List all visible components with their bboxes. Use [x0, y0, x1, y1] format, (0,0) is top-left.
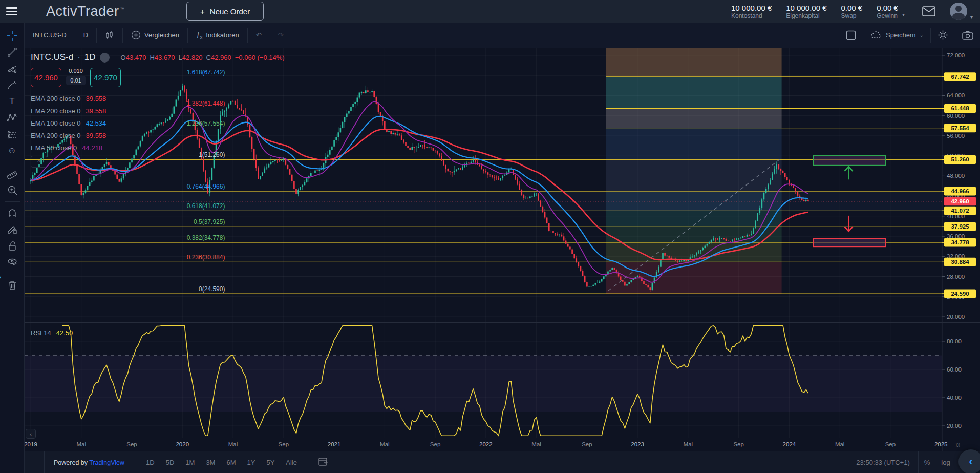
swap-label: Swap: [841, 12, 863, 19]
legend-interval: 1D: [84, 52, 96, 63]
svg-text:20.00: 20.00: [947, 423, 962, 429]
ema-row[interactable]: EMA 200 close 039.558: [31, 92, 285, 105]
ema-row[interactable]: EMA 200 close 039.558: [31, 105, 285, 117]
time-axis-label: Mai: [228, 441, 238, 447]
eigenkapital-label: Eigenkapital: [786, 12, 826, 19]
chart-legend: INTC.US-d · 1D – O43.470 H43.670 L42.820…: [31, 52, 285, 168]
save-layout-button[interactable]: Speichern ⌄: [863, 28, 930, 43]
hide-drawings-tool-icon[interactable]: [4, 254, 21, 271]
clock[interactable]: 23:50:33 (UTC+1): [856, 459, 918, 466]
range-1y[interactable]: 1Y: [243, 457, 260, 468]
range-1d[interactable]: 1D: [141, 457, 159, 468]
menu-icon[interactable]: [0, 0, 24, 23]
svg-text:37.925: 37.925: [951, 223, 969, 230]
app-logo: ActivTrader™: [46, 4, 125, 19]
time-axis-label: 2023: [631, 441, 644, 447]
save-caret-icon: ⌄: [920, 32, 924, 38]
fibonacci-tool-icon[interactable]: [4, 60, 21, 77]
redo-button[interactable]: ↷: [270, 28, 292, 43]
interval-button[interactable]: D: [75, 28, 96, 43]
time-axis-label: 2022: [479, 441, 493, 447]
svg-text:41.072: 41.072: [951, 208, 969, 214]
indicators-button[interactable]: ƒx Indikatoren: [188, 28, 247, 43]
camera-icon: [962, 31, 973, 40]
bottom-bar: Powered by TradingView 1D 5D 1M 3M 6M 1Y…: [25, 451, 980, 473]
symbol-button[interactable]: INTC.US-D: [25, 28, 75, 43]
ema-row[interactable]: EMA 100 close 042.534: [31, 117, 285, 129]
buy-button[interactable]: 42.970: [90, 68, 121, 87]
compare-button[interactable]: Vergleichen: [123, 28, 187, 43]
magnet-tool-icon[interactable]: [4, 205, 21, 221]
log-scale-button[interactable]: log: [935, 459, 955, 466]
svg-text:34.778: 34.778: [951, 239, 969, 245]
svg-text:51.260: 51.260: [951, 156, 969, 162]
stat-kontostand: 10 000.00 € Kontostand: [731, 4, 772, 19]
topbar: ActivTrader™ + Neue Order 10 000.00 € Ko…: [0, 0, 980, 23]
sell-button[interactable]: 42.960: [31, 68, 61, 87]
time-axis-label: Sep: [582, 441, 592, 447]
indicator-legend: EMA 200 close 039.558 EMA 200 close 039.…: [31, 92, 285, 154]
remove-drawings-tool-icon[interactable]: [4, 277, 21, 294]
range-3m[interactable]: 3M: [201, 457, 220, 468]
crosshair-tool-icon[interactable]: [4, 28, 21, 44]
time-axis[interactable]: ☼ 2019MaiSep2020MaiSep2021MaiSep2022MaiS…: [25, 438, 980, 452]
percent-scale-button[interactable]: %: [919, 459, 936, 466]
compare-plus-icon: [131, 30, 141, 40]
range-buttons: 1D 5D 1M 3M 6M 1Y 5Y Alle: [134, 457, 309, 468]
measure-tool-icon[interactable]: [4, 166, 21, 182]
trendline-tool-icon[interactable]: [4, 44, 21, 60]
rsi-legend[interactable]: RSI 14 42.50: [31, 329, 73, 337]
legend-collapse-button[interactable]: ^: [31, 156, 47, 168]
prediction-tool-icon[interactable]: [4, 126, 21, 142]
range-6m[interactable]: 6M: [222, 457, 240, 468]
time-axis-label: 2019: [24, 441, 37, 447]
zoom-in-tool-icon[interactable]: [4, 182, 21, 198]
layout-button[interactable]: [839, 28, 863, 43]
new-order-button[interactable]: + Neue Order: [186, 2, 264, 21]
range-5d[interactable]: 5D: [161, 457, 179, 468]
svg-text:28.000: 28.000: [947, 274, 965, 280]
gear-icon: [938, 30, 948, 40]
chart-style-button[interactable]: [97, 28, 122, 43]
time-axis-label: Sep: [126, 441, 137, 447]
chart-toolbar: INTC.US-D D Vergleichen ƒx Indikatoren: [25, 23, 980, 48]
time-axis-label: 2024: [783, 441, 796, 447]
session-icon[interactable]: ☼: [954, 440, 962, 448]
stat-eigenkapital: 10 000.00 € Eigenkapital: [786, 4, 826, 19]
time-axis-label: 2025: [934, 441, 948, 447]
chart-settings-button[interactable]: [931, 28, 955, 43]
kontostand-label: Kontostand: [731, 12, 772, 19]
tools-separator: [5, 274, 20, 274]
range-1m[interactable]: 1M: [181, 457, 199, 468]
screenshot-button[interactable]: [955, 28, 980, 43]
pattern-tool-icon[interactable]: [4, 110, 21, 126]
time-axis-label: Mai: [531, 441, 541, 447]
sidepanel-expand-icon[interactable]: ›: [0, 272, 1, 282]
avatar[interactable]: [950, 3, 967, 20]
mail-icon[interactable]: [922, 6, 935, 16]
svg-text:57.554: 57.554: [951, 125, 969, 131]
range-5y[interactable]: 5Y: [262, 457, 279, 468]
pane-collapse-button[interactable]: ‹: [26, 429, 36, 439]
text-tool-icon[interactable]: T: [4, 93, 21, 110]
ema-row[interactable]: EMA 200 close 039.558: [31, 129, 285, 141]
panel-toggle-button[interactable]: ‹: [958, 449, 980, 473]
time-axis-label: Sep: [279, 441, 289, 447]
account-caret-icon[interactable]: ▾: [902, 12, 905, 17]
unlock-all-tool-icon[interactable]: [4, 238, 21, 254]
lock-drawing-tool-icon[interactable]: [4, 221, 21, 238]
avatar-caret-icon[interactable]: ▾: [970, 14, 973, 20]
tradingview-link[interactable]: TradingView: [89, 459, 124, 466]
range-alle[interactable]: Alle: [281, 457, 302, 468]
brush-tool-icon[interactable]: [4, 77, 21, 93]
legend-collapse-icon[interactable]: –: [100, 53, 110, 63]
gewinn-label: Gewinn: [877, 12, 898, 19]
emoji-tool-icon[interactable]: ☺: [4, 142, 21, 159]
stat-swap: 0.00 € Swap: [841, 4, 863, 19]
chart-area[interactable]: 72.00064.00060.00056.00052.00048.00044.0…: [25, 48, 980, 451]
legend-symbol[interactable]: INTC.US-d: [31, 52, 73, 63]
time-axis-label: 2020: [176, 441, 189, 447]
goto-date-button[interactable]: [312, 457, 335, 468]
ema-row[interactable]: EMA 50 close 044.218: [31, 141, 285, 154]
undo-button[interactable]: ↶: [248, 28, 270, 43]
